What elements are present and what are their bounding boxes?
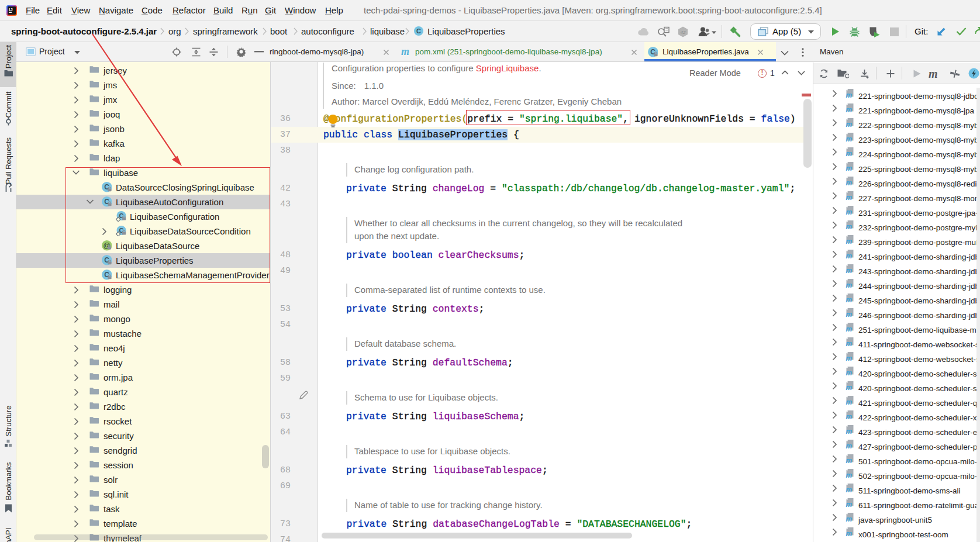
svg-text:42: 42: [681, 30, 686, 35]
